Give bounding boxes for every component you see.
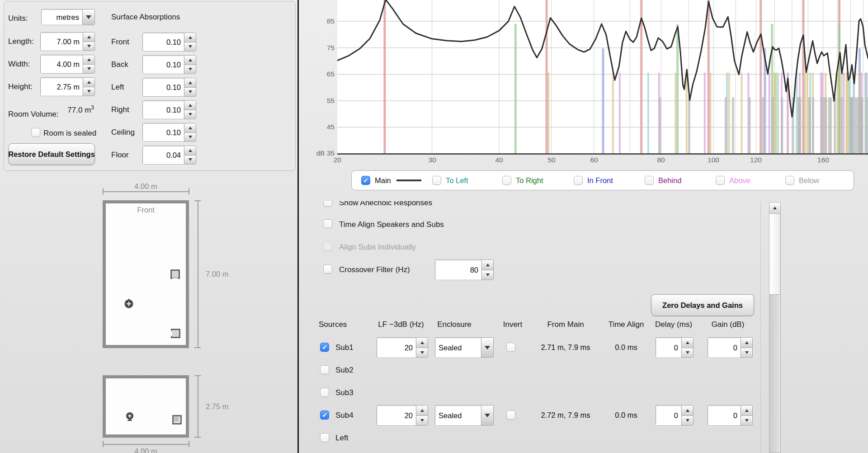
chart-legend: ✓ Main To Left To Right In Front Behind …	[351, 170, 854, 190]
height-label: Height:	[8, 82, 33, 91]
width-spinner[interactable]: 4.00 m	[40, 55, 95, 74]
invert-checkbox-sub4[interactable]	[506, 411, 515, 420]
listener-head-icon[interactable]	[125, 411, 134, 421]
spinner-up-icon[interactable]	[83, 55, 94, 65]
spinner-down-icon[interactable]	[184, 156, 196, 165]
legend-label-behind: Behind	[658, 176, 681, 185]
legend-checkbox-above[interactable]	[716, 176, 725, 185]
show-anechoic-checkbox[interactable]	[323, 201, 332, 207]
legend-checkbox-main[interactable]: ✓	[361, 176, 370, 185]
absorption-spinner-back[interactable]: 0.10	[142, 55, 196, 74]
speaker-icon[interactable]	[170, 269, 180, 279]
subwoofer-icon[interactable]	[172, 415, 182, 425]
width-label: Width:	[8, 60, 30, 69]
speaker-icon[interactable]	[171, 329, 180, 338]
legend-checkbox-to-left[interactable]	[432, 176, 441, 185]
listener-icon[interactable]	[123, 298, 134, 310]
spinner-down-icon[interactable]	[416, 348, 428, 358]
spinner-up-icon[interactable]	[184, 78, 196, 88]
absorption-spinner-floor[interactable]: 0.04	[142, 146, 196, 165]
gain-spinner-sub1[interactable]: 0	[708, 337, 753, 358]
side-view-room[interactable]	[103, 375, 189, 438]
spinner-down-icon[interactable]	[482, 270, 493, 280]
spinner-up-icon[interactable]	[184, 33, 196, 42]
spinner-down-icon[interactable]	[83, 87, 94, 96]
source-checkbox-sub3[interactable]	[320, 388, 329, 397]
spinner-up-icon[interactable]	[416, 406, 428, 416]
absorption-label-back: Back	[111, 60, 128, 69]
x-tick-label: 20	[324, 156, 351, 164]
spinner-up-icon[interactable]	[83, 33, 94, 42]
spinner-down-icon[interactable]	[741, 416, 752, 426]
spinner-down-icon[interactable]	[184, 133, 196, 142]
delay-spinner-sub4[interactable]: 0	[656, 405, 693, 426]
chevron-down-icon[interactable]	[481, 338, 493, 358]
time-align-checkbox[interactable]	[323, 219, 332, 228]
spinner-up-icon[interactable]	[741, 338, 752, 348]
enclosure-dropdown-sub4[interactable]: Sealed	[435, 405, 494, 426]
spinner-up-icon[interactable]	[184, 146, 196, 156]
scrollbar-thumb[interactable]	[769, 214, 780, 295]
source-label-sub4: Sub4	[335, 411, 354, 420]
source-checkbox-sub2[interactable]	[320, 365, 329, 374]
delay-spinner-sub1[interactable]: 0	[656, 337, 693, 358]
absorption-label-left: Left	[111, 83, 124, 92]
legend-checkbox-below[interactable]	[785, 176, 794, 185]
col-header-enclosure: Enclosure	[420, 320, 488, 329]
options-scroll-viewport[interactable]: Show Anechoic Responses Time Align Speak…	[311, 201, 761, 453]
absorption-spinner-ceiling[interactable]: 0.10	[142, 123, 196, 142]
units-dropdown[interactable]: metres	[41, 9, 95, 25]
frequency-response-chart[interactable]: 4555657585dB 35 203040506080100120160	[299, 0, 868, 170]
length-spinner[interactable]: 7.00 m	[40, 32, 95, 51]
source-checkbox-sub4[interactable]: ✓	[320, 411, 329, 420]
units-label: Units:	[8, 14, 28, 23]
enclosure-dropdown-sub1[interactable]: Sealed	[435, 337, 494, 358]
crossover-spinner[interactable]: 80	[435, 260, 494, 280]
spinner-up-icon[interactable]	[184, 123, 196, 133]
front-wall-label: Front	[106, 206, 186, 214]
gain-spinner-sub4[interactable]: 0	[708, 405, 753, 426]
spinner-down-icon[interactable]	[682, 348, 693, 358]
lf-spinner-sub1[interactable]: 20	[377, 337, 428, 358]
spinner-down-icon[interactable]	[83, 42, 94, 51]
absorption-label-front: Front	[111, 38, 129, 47]
spinner-up-icon[interactable]	[741, 406, 752, 416]
legend-checkbox-to-right[interactable]	[502, 176, 511, 185]
legend-checkbox-behind[interactable]	[645, 176, 654, 185]
chevron-down-icon[interactable]	[83, 9, 94, 25]
source-checkbox-sub1[interactable]: ✓	[320, 343, 329, 352]
height-spinner[interactable]: 2.75 m	[40, 77, 95, 96]
room-sealed-checkbox[interactable]	[31, 128, 40, 137]
vertical-scrollbar[interactable]	[769, 202, 781, 453]
restore-defaults-button[interactable]: Restore Default Settings	[8, 143, 95, 165]
absorption-spinner-right[interactable]: 0.10	[142, 100, 196, 119]
spinner-down-icon[interactable]	[184, 110, 196, 119]
spinner-up-icon[interactable]	[83, 78, 94, 87]
absorption-spinner-left[interactable]: 0.10	[142, 78, 196, 97]
legend-checkbox-in-front[interactable]	[574, 176, 583, 185]
scroll-up-button[interactable]	[769, 203, 780, 214]
invert-checkbox-sub1[interactable]	[506, 343, 515, 352]
spinner-up-icon[interactable]	[482, 260, 493, 270]
spinner-up-icon[interactable]	[682, 406, 693, 416]
chart-plot-area[interactable]	[337, 0, 868, 154]
spinner-down-icon[interactable]	[184, 42, 196, 52]
surface-absorptions-title: Surface Absorptions	[111, 13, 180, 22]
lf-spinner-sub4[interactable]: 20	[377, 405, 428, 426]
spinner-down-icon[interactable]	[682, 416, 693, 426]
spinner-down-icon[interactable]	[184, 88, 196, 97]
spinner-up-icon[interactable]	[416, 338, 428, 348]
absorption-spinner-front[interactable]: 0.10	[142, 33, 196, 52]
spinner-down-icon[interactable]	[184, 65, 196, 74]
zero-delays-gains-button[interactable]: Zero Delays and Gains	[651, 294, 754, 316]
chevron-down-icon[interactable]	[481, 406, 493, 425]
spinner-down-icon[interactable]	[416, 416, 428, 426]
spinner-up-icon[interactable]	[184, 101, 196, 110]
crossover-checkbox[interactable]	[323, 264, 332, 274]
spinner-down-icon[interactable]	[741, 348, 752, 358]
spinner-up-icon[interactable]	[184, 56, 196, 65]
spinner-down-icon[interactable]	[83, 65, 94, 74]
source-checkbox-left[interactable]	[320, 433, 329, 442]
time-align-label: Time Align Speakers and Subs	[339, 220, 444, 229]
spinner-up-icon[interactable]	[682, 338, 693, 348]
